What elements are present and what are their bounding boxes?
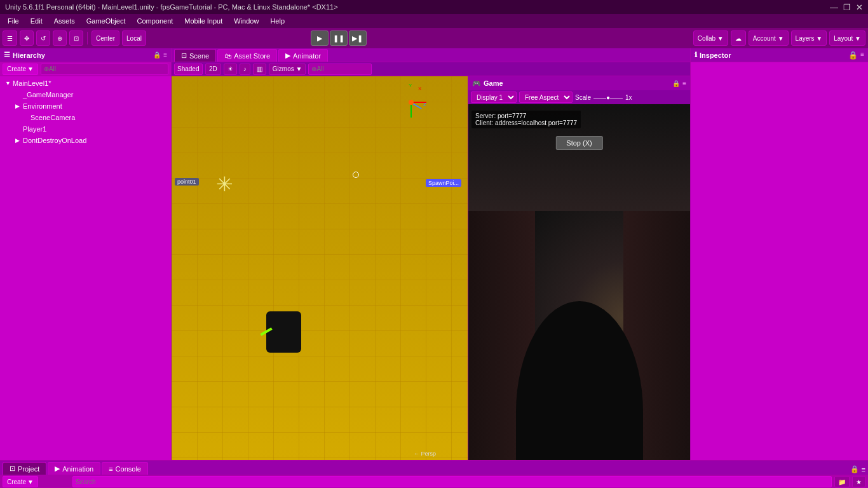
layout-label: Layout ▼ [834, 35, 861, 42]
2d-toggle[interactable]: 2D [205, 64, 221, 75]
hierarchy-search[interactable] [41, 64, 168, 75]
game-header-actions: 🔒 ≡ [672, 80, 686, 87]
bottom-menu-icon[interactable]: ≡ [862, 466, 865, 473]
maximize-btn[interactable]: ❐ [843, 3, 851, 12]
scene-character [266, 311, 301, 353]
scene-background: ✳ point01 SpawnPoi... [172, 76, 468, 460]
pause-button[interactable]: ❚❚ [330, 30, 348, 46]
hierarchy-menu-icon[interactable]: ≡ [163, 51, 167, 58]
tab-animator[interactable]: ▶ Animator [278, 49, 328, 62]
tree-arrow: ▶ [15, 103, 23, 109]
project-star-btn[interactable]: ★ [852, 476, 865, 487]
play-button[interactable]: ▶ [311, 30, 329, 46]
game-panel: 🎮 Game 🔒 ≡ Display 1 Free Aspect Scale [468, 76, 690, 460]
tool-rotate[interactable]: ↺ [36, 30, 50, 46]
bottom-lock-icon[interactable]: 🔒 [850, 465, 859, 473]
local-toggle[interactable]: Local [122, 30, 146, 46]
render-btn[interactable]: ▥ [253, 64, 266, 75]
center-toggle[interactable]: Center [92, 30, 119, 46]
collab-btn[interactable]: Collab ▼ [693, 30, 728, 46]
audio-btn[interactable]: ♪ [240, 64, 250, 75]
local-label: Local [126, 35, 142, 42]
menu-component[interactable]: Component [132, 16, 178, 26]
project-sidebar: Create ▼ ◯ All Prefabs ◯ All Modified ◯ … [0, 475, 70, 488]
tree-item-environment[interactable]: ▶ Environment [0, 100, 171, 112]
center-area: ⊡ Scene 🛍 Asset Store ▶ Animator Shaded … [172, 48, 690, 460]
project-folder-btn[interactable]: 📁 [834, 476, 850, 487]
gizmos-btn[interactable]: Gizmos ▼ [269, 64, 306, 75]
tree-item-gamemanager[interactable]: _GameManager [0, 89, 171, 100]
layers-dropdown[interactable]: Layers ▼ [791, 30, 827, 46]
account-label: Account ▼ [753, 35, 784, 42]
collab-label: Collab ▼ [698, 35, 724, 42]
console-tab-label: Console [116, 465, 141, 473]
project-search-input[interactable] [72, 476, 832, 487]
menu-mobile-input[interactable]: Mobile Input [179, 16, 227, 26]
animator-label: Animator [293, 52, 321, 60]
inspector-menu-icon[interactable]: ≡ [860, 51, 864, 60]
tab-asset-store[interactable]: 🛍 Asset Store [217, 49, 277, 62]
tree-label: SceneCamera [31, 114, 75, 121]
scale-slider[interactable]: ——●—— [593, 94, 623, 101]
cursor-indicator [353, 172, 359, 178]
scene-tab-label: Scene [189, 52, 209, 60]
hierarchy-create-btn[interactable]: Create ▼ [3, 64, 38, 75]
account-dropdown[interactable]: Account ▼ [749, 30, 789, 46]
tab-console[interactable]: ≡ Console [102, 462, 148, 475]
game-menu-icon[interactable]: ≡ [682, 80, 686, 87]
toolbar-right: Collab ▼ ☁ Account ▼ Layers ▼ Layout ▼ [693, 30, 865, 46]
minimize-btn[interactable]: — [830, 3, 838, 12]
inspector-lock-icon[interactable]: 🔒 [848, 51, 858, 60]
menu-window[interactable]: Window [229, 16, 264, 26]
tool-rect[interactable]: ⊡ [69, 30, 83, 46]
tree-item-scenecamera[interactable]: SceneCamera [0, 112, 171, 123]
play-area: ▶ ❚❚ ▶❚ [311, 30, 367, 46]
menubar: File Edit Assets GameObject Component Mo… [0, 14, 868, 28]
close-btn[interactable]: ✕ [856, 3, 863, 12]
step-button[interactable]: ▶❚ [349, 30, 367, 46]
tree-item-player1[interactable]: Player1 [0, 123, 171, 135]
point01-tag: point01 [175, 178, 199, 186]
aspect-select[interactable]: Free Aspect [519, 92, 573, 103]
tree-item-dontdestroy[interactable]: ▶ DontDestroyOnLoad [0, 135, 171, 146]
inspector-title: Inspector [700, 51, 731, 59]
display-select[interactable]: Display 1 [471, 92, 517, 103]
animator-icon: ▶ [285, 51, 290, 60]
persp-label: ← Persp [414, 451, 436, 457]
tool-scale[interactable]: ⊕ [53, 30, 67, 46]
shading-select[interactable]: Shaded [174, 64, 203, 75]
scene-view[interactable]: ✳ point01 SpawnPoi... [172, 76, 468, 460]
scene-views: ✳ point01 SpawnPoi... [172, 76, 690, 460]
hierarchy-lock-icon[interactable]: 🔒 [153, 51, 161, 58]
titlebar: Unity 5.6.1f1 Personal (64bit) - MainLev… [0, 0, 868, 14]
menu-edit[interactable]: Edit [25, 16, 48, 26]
tab-project[interactable]: ⊡ Project [3, 462, 46, 475]
tab-scene[interactable]: ⊡ Scene [174, 49, 216, 62]
tool-move[interactable]: ✥ [20, 30, 34, 46]
scene-search[interactable] [308, 64, 372, 75]
hierarchy-tree: ▼ MainLevel1* _GameManager ▶ Environment… [0, 76, 171, 460]
tab-animation[interactable]: ▶ Animation [48, 462, 100, 475]
layout-dropdown[interactable]: Layout ▼ [829, 30, 865, 46]
tree-item-mainlevel[interactable]: ▼ MainLevel1* [0, 78, 171, 89]
game-lock-icon[interactable]: 🔒 [672, 80, 680, 87]
menu-help[interactable]: Help [265, 16, 290, 26]
menu-file[interactable]: File [3, 16, 24, 26]
asset-store-icon: 🛍 [224, 52, 231, 60]
cloud-btn[interactable]: ☁ [731, 30, 746, 46]
inspector-header: ℹ Inspector 🔒 ≡ [691, 48, 868, 62]
game-title: Game [484, 79, 503, 87]
bottom-tabs: ⊡ Project ▶ Animation ≡ Console 🔒 ≡ [0, 461, 868, 475]
toolbar: ☰ ✥ ↺ ⊕ ⊡ Center Local ▶ ❚❚ ▶❚ Collab ▼ … [0, 28, 868, 48]
hierarchy-panel: ☰ Hierarchy 🔒 ≡ Create ▼ ▼ MainLevel1* _… [0, 48, 172, 460]
stop-button[interactable]: Stop (X) [555, 136, 602, 150]
project-tab-label: Project [18, 465, 39, 473]
project-create-btn[interactable]: Create ▼ [3, 476, 38, 487]
tool-hand[interactable]: ☰ [3, 30, 17, 46]
game-canvas: Server: port=7777 Client: address=localh… [468, 104, 690, 460]
title-text: Unity 5.6.1f1 Personal (64bit) - MainLev… [5, 3, 338, 11]
lighting-btn[interactable]: ☀ [224, 64, 237, 75]
menu-gameobject[interactable]: GameObject [81, 16, 131, 26]
menu-assets[interactable]: Assets [49, 16, 80, 26]
tree-label: MainLevel1* [13, 79, 51, 87]
